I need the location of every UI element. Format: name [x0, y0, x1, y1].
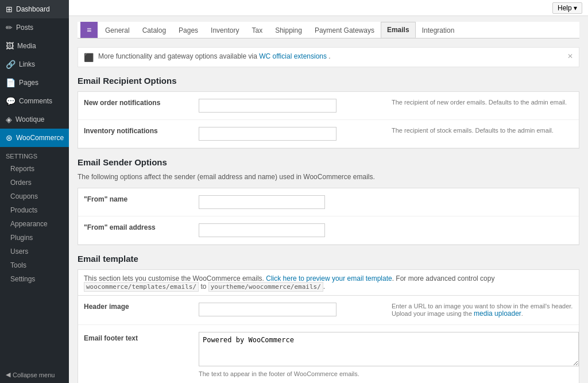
footer-text-textarea[interactable] [199, 332, 579, 366]
recipient-section-title: Email Recipient Options [78, 76, 579, 86]
comments-icon: 💬 [6, 96, 16, 106]
sidebar-item-label: Posts [16, 24, 33, 32]
from-email-control [193, 221, 579, 239]
content-area: ≡ General Catalog Pages Inventory Tax Sh… [69, 16, 588, 383]
new-order-notifications-row: New order notifications The recipient of… [78, 92, 579, 120]
sidebar-item-comments[interactable]: 💬 Comments [0, 92, 69, 110]
footer-text-hint: The text to appear in the footer of WooC… [199, 370, 579, 377]
settings-section-label: Settings [0, 147, 69, 162]
template-code2: yourtheme/woocommerce/emails/ [208, 282, 323, 292]
sidebar-sub-item-users[interactable]: Users [0, 245, 69, 258]
sidebar-sub-item-coupons[interactable]: Coupons [0, 189, 69, 203]
footer-text-row: Email footer text The text to appear in … [78, 325, 579, 383]
tab-payment-gateways[interactable]: Payment Gateways [308, 22, 381, 38]
tab-integration[interactable]: Integration [416, 22, 461, 38]
tab-catalog[interactable]: Catalog [136, 22, 172, 38]
tab-shipping[interactable]: Shipping [269, 22, 308, 38]
new-order-desc: The recipient of new order emails. Defau… [386, 96, 579, 108]
tab-tax[interactable]: Tax [245, 22, 269, 38]
sidebar-item-media[interactable]: 🖼 Media [0, 37, 69, 55]
main-area: Help ▾ ≡ General Catalog Pages Inventory… [69, 0, 588, 383]
sidebar-sub-item-appearance[interactable]: Appearance [0, 217, 69, 231]
from-name-input[interactable] [199, 195, 325, 209]
info-bar-close[interactable]: ✕ [567, 52, 573, 60]
media-uploader-link[interactable]: media uploader [474, 310, 521, 318]
header-image-input[interactable] [199, 303, 336, 316]
info-icon: ⬛ [84, 53, 94, 62]
pages-icon: 📄 [6, 78, 16, 87]
from-name-control [193, 193, 579, 211]
footer-text-control: The text to appear in the footer of WooC… [193, 330, 579, 380]
dashboard-icon: ⊞ [6, 5, 13, 14]
from-email-row: "From" email address [78, 216, 579, 245]
from-email-label: "From" email address [78, 221, 193, 234]
tab-pages[interactable]: Pages [172, 22, 204, 38]
header-image-desc: Enter a URL to an image you want to show… [386, 300, 579, 320]
tab-general[interactable]: General [99, 22, 136, 38]
sender-settings-block: "From" name "From" email address [78, 188, 579, 245]
footer-text-label: Email footer text [78, 330, 193, 345]
sidebar-item-label: Comments [19, 97, 52, 105]
info-bar-text: More functionality and gateway options a… [98, 52, 331, 60]
collapse-menu-button[interactable]: ◀ Collapse menu [0, 366, 69, 383]
sidebar-item-pages[interactable]: 📄 Pages [0, 73, 69, 92]
email-sender-section: Email Sender Options The following optio… [78, 157, 579, 245]
sidebar-sub-item-orders[interactable]: Orders [0, 176, 69, 189]
media-icon: 🖼 [6, 41, 14, 51]
template-settings-block: Header image Enter a URL to an image you… [78, 295, 579, 383]
sidebar-sub-item-products[interactable]: Products [0, 203, 69, 217]
sender-section-title: Email Sender Options [78, 157, 579, 167]
sidebar-sub-item-plugins[interactable]: Plugins [0, 231, 69, 245]
sidebar-sub-item-settings[interactable]: Settings [0, 272, 69, 286]
inventory-label: Inventory notifications [78, 125, 193, 137]
sidebar-item-label: WooCommerce [16, 134, 64, 142]
template-code1: woocommerce/templates/emails/ [84, 282, 199, 292]
sidebar-item-woocommerce[interactable]: ⊛ WooCommerce [0, 129, 69, 147]
tab-inventory[interactable]: Inventory [204, 22, 245, 38]
sidebar-item-label: Media [17, 42, 36, 50]
tabs-bar: ≡ General Catalog Pages Inventory Tax Sh… [78, 22, 579, 38]
recipient-settings-block: New order notifications The recipient of… [78, 91, 579, 149]
new-order-control [193, 96, 386, 115]
header-image-row: Header image Enter a URL to an image you… [78, 296, 579, 325]
collapse-arrow-icon: ◀ [6, 371, 10, 378]
from-name-row: "From" name [78, 188, 579, 216]
header-image-label: Header image [78, 300, 193, 313]
links-icon: 🔗 [6, 60, 16, 69]
inventory-control [193, 125, 386, 143]
sender-desc: The following options affect the sender … [78, 173, 579, 181]
tab-emails[interactable]: Emails [381, 22, 416, 38]
sidebar-item-label: Dashboard [16, 5, 50, 13]
preview-template-link[interactable]: Click here to preview your email templat… [266, 274, 392, 283]
template-section-title: Email template [78, 254, 579, 264]
woocommerce-tab-icon: ≡ [80, 22, 98, 38]
sidebar-item-dashboard[interactable]: ⊞ Dashboard [0, 0, 69, 18]
wootique-icon: ◈ [6, 115, 12, 124]
sidebar-item-label: Links [19, 60, 35, 68]
new-order-label: New order notifications [78, 96, 193, 109]
inventory-desc: The recipient of stock emails. Defaults … [386, 125, 579, 136]
inventory-input[interactable] [199, 127, 336, 141]
from-name-label: "From" name [78, 193, 193, 206]
woocommerce-icon: ⊛ [6, 133, 13, 142]
sidebar-sub-item-reports[interactable]: Reports [0, 162, 69, 176]
sidebar-item-posts[interactable]: ✏ Posts [0, 18, 69, 37]
from-email-input[interactable] [199, 223, 325, 237]
sidebar-sub-item-tools[interactable]: Tools [0, 258, 69, 272]
email-template-section: Email template This section lets you cus… [78, 254, 579, 383]
sidebar-item-label: Pages [19, 79, 38, 87]
inventory-notifications-row: Inventory notifications The recipient of… [78, 120, 579, 148]
info-bar: ⬛ More functionality and gateway options… [78, 47, 579, 67]
sidebar-item-wootique[interactable]: ◈ Wootique [0, 110, 69, 129]
email-recipient-section: Email Recipient Options New order notifi… [78, 76, 579, 149]
template-desc: This section lets you customise the WooC… [78, 269, 579, 295]
sidebar: ⊞ Dashboard ✏ Posts 🖼 Media 🔗 Links 📄 Pa… [0, 0, 69, 383]
sidebar-item-links[interactable]: 🔗 Links [0, 55, 69, 73]
posts-icon: ✏ [6, 23, 13, 32]
new-order-input[interactable] [199, 99, 336, 113]
topbar: Help ▾ [69, 0, 588, 16]
wc-extensions-link[interactable]: WC official extensions [259, 52, 327, 60]
sidebar-item-label: Wootique [16, 115, 44, 123]
header-image-control [193, 300, 386, 319]
help-button[interactable]: Help ▾ [552, 2, 582, 14]
